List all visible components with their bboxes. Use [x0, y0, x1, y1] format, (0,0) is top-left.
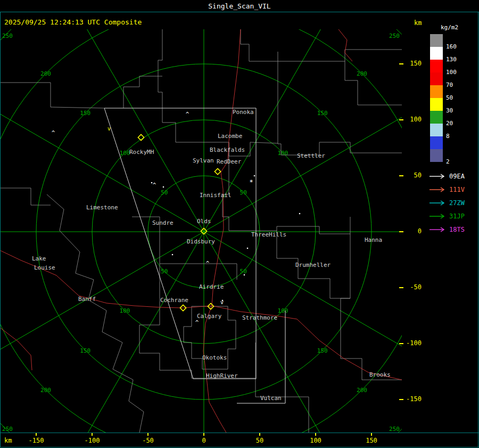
- range-ring-label: 100: [120, 307, 130, 314]
- cell-caret-icon: ^: [206, 260, 210, 267]
- bottom-axis-label: 150: [360, 437, 383, 444]
- city-label: Blackfalds: [210, 146, 245, 153]
- range-ring-label: 250: [2, 32, 13, 39]
- cell-caret-icon: ^: [153, 182, 156, 189]
- window-title: Single_Scan_VIL: [0, 0, 479, 12]
- city-label: Lake: [32, 255, 46, 262]
- city-label: Drumheller: [295, 262, 331, 268]
- bottom-axis-label: -100: [80, 437, 104, 444]
- radar-map-canvas[interactable]: 5050505010010010010015015015015020020020…: [0, 29, 402, 433]
- cell-dot-icon: [222, 300, 224, 302]
- azimuth-line: [0, 232, 204, 433]
- track-arrow-icon: [429, 173, 446, 180]
- range-ring-label: 150: [317, 347, 328, 354]
- cell-dot-icon: [172, 254, 174, 256]
- city-label: Didsbury: [187, 238, 215, 245]
- county-boundary: [278, 52, 281, 155]
- azimuth-line: [204, 29, 402, 232]
- county-boundary: [0, 188, 51, 205]
- track-legend-row: 09EA: [429, 169, 465, 183]
- bottom-axis-unit-label: km: [4, 437, 12, 444]
- city-label: Calgary: [197, 313, 222, 320]
- city-label: Cochrane: [160, 297, 188, 304]
- track-legend-row: 27ZW: [429, 196, 465, 209]
- city-label: Limestone: [86, 204, 118, 211]
- colorbar-value: 2: [446, 158, 450, 165]
- county-boundary: [158, 29, 176, 142]
- track-id: 31JP: [449, 213, 465, 220]
- city-label: RockyMH: [129, 149, 154, 156]
- city-label: RedDeer: [217, 158, 242, 165]
- cell-caret-icon: ^: [186, 111, 189, 118]
- right-axis-label: 150: [400, 60, 422, 67]
- bottom-axis-tick: [371, 433, 372, 436]
- track-id: 18TS: [449, 226, 465, 233]
- storm-track-legend: 09EA111V27ZW31JP18TS: [429, 169, 465, 236]
- cell-dot-icon: [244, 274, 245, 276]
- cell-dot-icon: [151, 182, 153, 184]
- track-id: 09EA: [449, 173, 465, 180]
- city-label: HighRiver: [206, 372, 238, 379]
- right-axis-label: 0: [400, 227, 422, 235]
- right-axis-label: -150: [400, 395, 422, 403]
- county-boundary: [341, 217, 350, 328]
- colorbar-unit-label: kg/m2: [441, 24, 458, 31]
- track-arrow-icon: [429, 213, 446, 219]
- county-boundary: [0, 83, 104, 108]
- track-legend-row: 18TS: [429, 223, 465, 236]
- city-label: Ponoka: [233, 109, 254, 116]
- page-bottom-border: [0, 447, 479, 447]
- cell-dot-icon: [247, 248, 249, 249]
- colorbar-value: 20: [446, 120, 453, 127]
- county-boundary: [139, 264, 192, 370]
- bottom-axis-tick: [259, 433, 260, 436]
- range-ring-label: 150: [317, 110, 328, 117]
- city-label: Strathmore: [242, 314, 277, 321]
- city-label: Banff: [78, 296, 96, 303]
- right-axis-unit-label: km: [414, 19, 422, 27]
- colorbar-swatch: [430, 72, 443, 85]
- city-label: Sylvan: [193, 157, 214, 164]
- radar-viewer-window: Single_Scan_VIL 2025/09/25 12:24:13 UTC …: [0, 0, 479, 448]
- colorbar-swatch: [430, 85, 443, 98]
- colorbar-swatch: [430, 47, 443, 60]
- azimuth-line: [0, 29, 204, 232]
- colorbar-value: 8: [446, 133, 450, 140]
- range-ring-label: 200: [40, 70, 51, 77]
- range-ring-label: 250: [389, 426, 400, 433]
- county-boundary: [241, 29, 278, 61]
- colorbar-swatch: [430, 149, 443, 162]
- city-label: Olds: [197, 218, 211, 225]
- storm-centroid-diamond-icon: [214, 168, 220, 174]
- city-label: Louise: [34, 264, 55, 271]
- range-ring-label: 100: [278, 150, 288, 157]
- azimuth-line: [0, 29, 204, 232]
- title-divider: [0, 12, 479, 12]
- track-id: 27ZW: [449, 199, 465, 207]
- range-ring-label: 100: [278, 307, 288, 314]
- colorbar: [430, 34, 443, 162]
- range-ring-label: 200: [357, 387, 367, 394]
- bottom-axis-tick: [315, 433, 316, 436]
- right-axis-label: -100: [400, 339, 422, 347]
- bottom-axis-tick: [147, 433, 148, 436]
- colorbar-value: 130: [446, 56, 457, 63]
- bottom-axis-label: 50: [248, 437, 271, 444]
- track-legend-row: 111V: [429, 183, 465, 196]
- scan-timestamp: 2025/09/25 12:24:13 UTC Composite: [4, 18, 142, 26]
- range-ring-label: 100: [120, 150, 130, 157]
- colorbar-swatch: [430, 111, 443, 124]
- cell-vee-icon: v: [108, 126, 111, 132]
- range-ring-label: 50: [161, 189, 168, 196]
- track-id: 111V: [449, 186, 465, 193]
- city-label: Okotoks: [202, 354, 227, 361]
- cell-dot-icon: [299, 213, 301, 215]
- track-arrow-icon: [429, 186, 446, 193]
- colorbar-swatch: [430, 124, 443, 136]
- city-label: Innisfail: [200, 192, 232, 199]
- city-label: Airdrie: [199, 283, 224, 290]
- page-right-border: [478, 12, 478, 447]
- track-arrow-icon: [429, 226, 446, 233]
- range-ring-label: 50: [240, 189, 247, 196]
- colorbar-swatch: [430, 34, 443, 47]
